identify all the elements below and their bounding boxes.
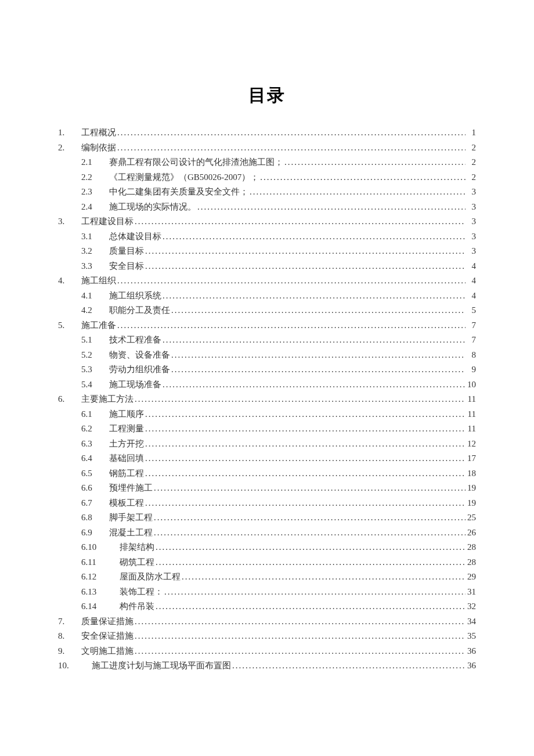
toc-number: 6.8 bbox=[81, 510, 109, 524]
toc-entry[interactable]: 6.6预埋件施工19 bbox=[58, 481, 476, 495]
toc-leader-dots bbox=[259, 170, 466, 184]
toc-title: 物资、设备准备 bbox=[109, 348, 170, 362]
toc-page-number: 7 bbox=[466, 318, 476, 332]
toc-leader-dots bbox=[283, 155, 466, 169]
toc-entry[interactable]: 5.4施工现场准备10 bbox=[58, 377, 476, 391]
toc-page-number: 4 bbox=[466, 259, 476, 273]
toc-entry[interactable]: 3.1总体建设目标3 bbox=[58, 229, 476, 243]
toc-entry[interactable]: 3.工程建设目标3 bbox=[58, 214, 476, 228]
toc-entry[interactable]: 5.3劳动力组织准备9 bbox=[58, 362, 476, 376]
toc-page-number: 25 bbox=[466, 510, 476, 524]
toc-number: 5.4 bbox=[81, 377, 109, 391]
toc-leader-dots bbox=[116, 318, 466, 332]
toc-leader-dots bbox=[144, 451, 466, 465]
toc-entry[interactable]: 3.3安全目标4 bbox=[58, 259, 476, 273]
toc-entry[interactable]: 8.安全保证措施35 bbox=[58, 629, 476, 643]
toc-entry[interactable]: 6.主要施工方法11 bbox=[58, 392, 476, 406]
toc-entry[interactable]: 6.3土方开挖12 bbox=[58, 437, 476, 451]
toc-number: 6.9 bbox=[81, 525, 109, 539]
toc-leader-dots bbox=[153, 525, 466, 539]
toc-leader-dots bbox=[134, 644, 466, 658]
toc-page-number: 9 bbox=[466, 362, 476, 376]
toc-entry[interactable]: 6.14构件吊装32 bbox=[58, 599, 476, 613]
toc-entry[interactable]: 6.5钢筋工程18 bbox=[58, 466, 476, 480]
toc-number: 3.1 bbox=[81, 229, 109, 243]
toc-entry[interactable]: 2.1赛鼎工程有限公司设计的气化排渣池施工图；2 bbox=[58, 155, 476, 169]
toc-leader-dots bbox=[144, 244, 466, 258]
toc-number: 2. bbox=[58, 141, 81, 154]
toc-leader-dots bbox=[161, 333, 466, 347]
toc-number: 5.3 bbox=[81, 362, 109, 376]
toc-number: 6.5 bbox=[81, 466, 109, 480]
toc-page-number: 3 bbox=[466, 214, 476, 228]
toc-leader-dots bbox=[116, 125, 466, 139]
toc-entry[interactable]: 5.1技术工程准备7 bbox=[58, 333, 476, 347]
toc-entry[interactable]: 2.4施工现场的实际情况。3 bbox=[58, 200, 476, 214]
toc-leader-dots bbox=[161, 289, 466, 303]
toc-entry[interactable]: 4.施工组织4 bbox=[58, 273, 476, 287]
toc-entry[interactable]: 6.10排架结构28 bbox=[58, 540, 476, 554]
toc-entry[interactable]: 6.8脚手架工程25 bbox=[58, 510, 476, 524]
toc-entry[interactable]: 6.9混凝土工程26 bbox=[58, 525, 476, 539]
table-of-contents: 1.工程概况12.编制依据22.1赛鼎工程有限公司设计的气化排渣池施工图；22.… bbox=[58, 125, 476, 672]
toc-title: 工程测量 bbox=[109, 422, 144, 435]
toc-leader-dots bbox=[170, 362, 466, 376]
toc-entry[interactable]: 6.1施工顺序11 bbox=[58, 407, 476, 421]
toc-number: 10. bbox=[58, 658, 81, 672]
toc-title: 装饰工程： bbox=[109, 585, 163, 599]
toc-entry[interactable]: 3.2质量目标3 bbox=[58, 244, 476, 258]
toc-entry[interactable]: 6.12屋面及防水工程29 bbox=[58, 570, 476, 584]
toc-number: 6.11 bbox=[81, 555, 109, 569]
toc-leader-dots bbox=[231, 658, 466, 672]
toc-entry[interactable]: 1.工程概况1 bbox=[58, 125, 476, 139]
toc-page-number: 35 bbox=[466, 629, 476, 643]
toc-page-number: 7 bbox=[466, 333, 476, 347]
toc-leader-dots bbox=[116, 273, 466, 287]
toc-entry[interactable]: 4.1施工组织系统4 bbox=[58, 289, 476, 303]
toc-leader-dots bbox=[144, 259, 466, 273]
toc-title: 构件吊装 bbox=[109, 599, 154, 613]
toc-entry[interactable]: 6.13装饰工程：31 bbox=[58, 585, 476, 599]
toc-leader-dots bbox=[144, 496, 466, 510]
toc-leader-dots bbox=[163, 585, 466, 599]
toc-title: 编制依据 bbox=[81, 141, 116, 154]
toc-title: 《工程测量规范》（GB50026-2007）； bbox=[109, 170, 259, 184]
toc-entry[interactable]: 5.2物资、设备准备8 bbox=[58, 348, 476, 362]
toc-number: 6.14 bbox=[81, 599, 109, 613]
toc-page-number: 2 bbox=[466, 155, 476, 169]
toc-entry[interactable]: 7.质量保证措施34 bbox=[58, 614, 476, 628]
toc-entry[interactable]: 2.编制依据2 bbox=[58, 141, 476, 154]
toc-page-number: 19 bbox=[466, 496, 476, 510]
toc-page-number: 4 bbox=[466, 289, 476, 303]
toc-entry[interactable]: 10.施工进度计划与施工现场平面布置图36 bbox=[58, 658, 476, 672]
toc-leader-dots bbox=[153, 510, 466, 524]
toc-title: 预埋件施工 bbox=[109, 481, 153, 495]
toc-entry[interactable]: 5.施工准备7 bbox=[58, 318, 476, 332]
toc-leader-dots bbox=[134, 392, 466, 406]
toc-title: 技术工程准备 bbox=[109, 333, 161, 347]
toc-entry[interactable]: 6.4基础回填17 bbox=[58, 451, 476, 465]
toc-leader-dots bbox=[154, 555, 466, 569]
toc-page-number: 12 bbox=[466, 437, 476, 451]
toc-number: 2.3 bbox=[81, 185, 109, 199]
toc-title: 钢筋工程 bbox=[109, 466, 144, 480]
toc-entry[interactable]: 6.11砌筑工程28 bbox=[58, 555, 476, 569]
toc-leader-dots bbox=[134, 614, 466, 628]
toc-page-number: 18 bbox=[466, 466, 476, 480]
toc-leader-dots bbox=[134, 214, 466, 228]
toc-number: 6.2 bbox=[81, 422, 109, 435]
toc-entry[interactable]: 6.2工程测量11 bbox=[58, 422, 476, 435]
toc-page-number: 36 bbox=[466, 644, 476, 658]
toc-entry[interactable]: 4.2职能分工及责任5 bbox=[58, 303, 476, 317]
toc-entry[interactable]: 6.7模板工程19 bbox=[58, 496, 476, 510]
toc-entry[interactable]: 9.文明施工措施36 bbox=[58, 644, 476, 658]
toc-title: 施工现场的实际情况。 bbox=[109, 200, 196, 214]
toc-entry[interactable]: 2.3中化二建集团有关质量及安全文件；3 bbox=[58, 185, 476, 199]
toc-title: 主要施工方法 bbox=[81, 392, 134, 406]
toc-entry[interactable]: 2.2《工程测量规范》（GB50026-2007）；2 bbox=[58, 170, 476, 184]
toc-page-number: 2 bbox=[466, 141, 476, 154]
toc-page-number: 32 bbox=[466, 599, 476, 613]
toc-title: 劳动力组织准备 bbox=[109, 362, 170, 376]
toc-title: 文明施工措施 bbox=[81, 644, 134, 658]
toc-title: 工程概况 bbox=[81, 125, 116, 139]
